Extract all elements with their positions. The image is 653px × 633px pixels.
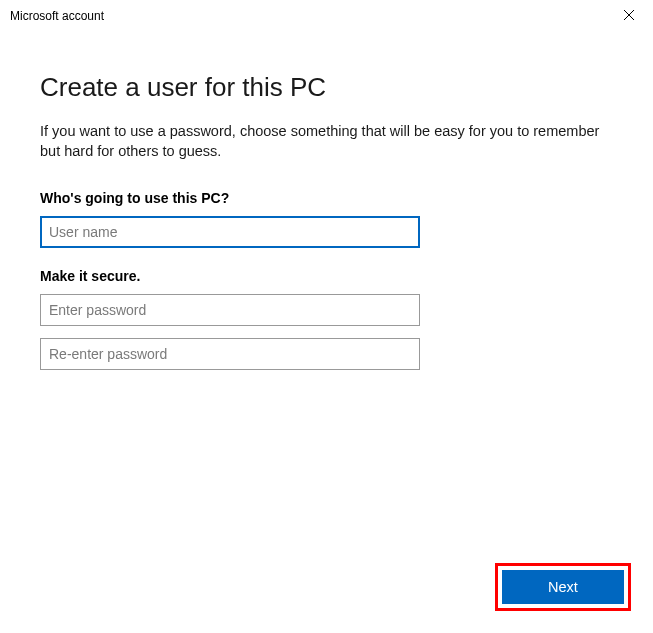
page-title: Create a user for this PC — [40, 72, 613, 103]
user-section-label: Who's going to use this PC? — [40, 190, 613, 206]
secure-section-label: Make it secure. — [40, 268, 613, 284]
window-title: Microsoft account — [10, 9, 104, 23]
page-description: If you want to use a password, choose so… — [40, 121, 613, 162]
dialog-content: Create a user for this PC If you want to… — [0, 32, 653, 370]
username-input[interactable] — [40, 216, 420, 248]
titlebar: Microsoft account — [0, 0, 653, 32]
password-input[interactable] — [40, 294, 420, 326]
highlight-box: Next — [495, 563, 631, 611]
close-icon[interactable] — [617, 6, 641, 26]
confirm-password-input[interactable] — [40, 338, 420, 370]
next-button[interactable]: Next — [502, 570, 624, 604]
footer: Next — [495, 563, 631, 611]
